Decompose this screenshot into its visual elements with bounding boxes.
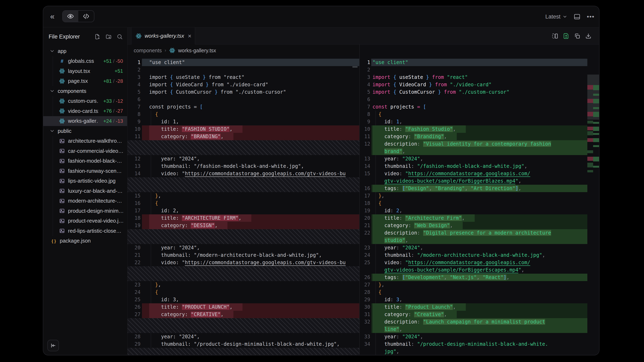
- tab-works-gallery[interactable]: works-gallery.tsx ×: [131, 27, 195, 44]
- tree-file-modern-architecture-[interactable]: modern-architecture-…: [43, 196, 127, 206]
- ruler-mark-red: [587, 138, 593, 142]
- ruler-mark-green: [593, 138, 599, 142]
- original-code-line: 27 category: "CREATIVE",: [128, 311, 359, 318]
- original-code-line: 19 category: "DESIGN",: [128, 222, 359, 229]
- original-code-line: 15 },: [128, 192, 359, 200]
- ruler-mark-green_left: [587, 121, 593, 124]
- tree-file-globals.css[interactable]: #globals.css+51 / -50: [43, 56, 127, 66]
- chevron-down-icon: [50, 88, 55, 94]
- tree-file-layout.tsx[interactable]: layout.tsx+51: [43, 66, 127, 76]
- ruler-mark-green: [593, 166, 599, 168]
- tree-file-works-galler-[interactable]: works-galler…+24 / -13: [43, 116, 127, 126]
- modified-code-line: 32 description: "Launch campaign for a m…: [360, 318, 587, 326]
- modified-code-line: 25 video: "https://commondatastorage.goo…: [360, 259, 587, 266]
- version-label: Latest: [545, 13, 560, 20]
- panel-layout-icon[interactable]: [574, 13, 580, 20]
- diff-stats: +76 / -27: [104, 108, 123, 114]
- ruler-mark-green: [593, 107, 599, 109]
- image-file-icon: [59, 228, 65, 234]
- diff-gap-row: [128, 229, 359, 244]
- copy-icon[interactable]: [574, 33, 580, 39]
- split-editor-icon[interactable]: [552, 33, 558, 39]
- tree-file-custom-curs-[interactable]: custom-curs…+33 / -12: [43, 96, 127, 106]
- line-number: 13: [128, 162, 142, 170]
- tree-file-product-reveal-video.j-[interactable]: product-reveal-video.j…: [43, 216, 127, 226]
- version-dropdown[interactable]: Latest: [545, 13, 568, 20]
- diff-file-icon[interactable]: [563, 33, 570, 39]
- ruler-mark-green_left: [587, 131, 593, 135]
- modified-code-line: 7const projects = [: [360, 103, 587, 111]
- diff-overview-ruler[interactable]: [587, 74, 599, 355]
- new-file-icon[interactable]: [94, 33, 100, 40]
- tree-file-car-commercial-video-[interactable]: car-commercial-video…: [43, 146, 127, 156]
- ruler-mark-green: [593, 122, 599, 124]
- preview-toggle-button[interactable]: [63, 11, 78, 22]
- modified-code-line: 8 {: [360, 111, 587, 118]
- scrollbar-thumb[interactable]: [352, 66, 358, 67]
- css-file-icon: #: [59, 58, 65, 64]
- line-number: 20: [360, 214, 371, 222]
- line-number: [360, 148, 371, 155]
- line-number: 21: [128, 251, 142, 259]
- tree-file-architecture-walkthro-[interactable]: architecture-walkthro…: [43, 136, 127, 146]
- collapse-left-icon: [50, 343, 56, 349]
- tree-file-package.json[interactable]: { }package.json: [43, 236, 127, 246]
- tree-folder-components[interactable]: components: [43, 86, 127, 96]
- original-code-line: 10 title: "FASHION STUDIO",: [128, 125, 359, 133]
- line-number: 32: [360, 318, 371, 326]
- tree-file-product-design-minim-[interactable]: product-design-minim…: [43, 206, 127, 216]
- line-number: [360, 237, 371, 244]
- more-options-icon[interactable]: •••: [587, 13, 594, 20]
- tree-file-fashion-runway-scen-[interactable]: fashion-runway-scen…: [43, 166, 127, 176]
- collapse-sidebar-button[interactable]: [48, 340, 59, 351]
- ruler-mark-green_left: [587, 170, 593, 172]
- collapse-panel-icon[interactable]: «: [48, 12, 56, 20]
- line-number: 1: [360, 59, 371, 66]
- image-file-icon: [59, 198, 65, 204]
- download-icon[interactable]: [585, 33, 592, 39]
- line-number: 5: [360, 88, 371, 96]
- modified-code-line: 31 category: "Creative",: [360, 311, 587, 318]
- line-number: 18: [360, 200, 371, 207]
- file-label: red-lips-artistic-close…: [68, 228, 123, 234]
- chevron-down-icon: [50, 128, 55, 134]
- tree-file-luxury-car-black-and-[interactable]: luxury-car-black-and-…: [43, 186, 127, 196]
- new-folder-icon[interactable]: [106, 33, 112, 40]
- line-number: 2: [128, 66, 142, 73]
- original-code-line: 6: [128, 96, 359, 103]
- tree-folder-public[interactable]: public: [43, 126, 127, 136]
- line-number: 26: [360, 274, 371, 281]
- original-code-line: 17 id: 2,: [128, 207, 359, 214]
- modified-code-line: studio",: [360, 237, 587, 244]
- original-code-line: 26 title: "PRODUCT LAUNCH",: [128, 303, 359, 311]
- code-toggle-button[interactable]: [78, 11, 94, 22]
- close-tab-icon[interactable]: ×: [188, 32, 192, 39]
- file-label: components: [58, 88, 123, 94]
- tree-file-red-lips-artistic-close-[interactable]: red-lips-artistic-close…: [43, 226, 127, 236]
- react-file-icon: [59, 78, 65, 84]
- file-label: lips-artistic-video.jpg: [68, 178, 123, 184]
- line-number: 22: [360, 229, 371, 237]
- modified-code-line: 27 },: [360, 281, 587, 289]
- search-icon[interactable]: [116, 33, 123, 40]
- line-number: 13: [360, 155, 371, 162]
- svg-text:{ }: { }: [52, 239, 56, 243]
- line-number: 25: [128, 296, 142, 303]
- modified-code-line: 13 year: "2024",: [360, 155, 587, 162]
- file-label: modern-architecture-…: [68, 198, 123, 204]
- ruler-mark-green: [593, 99, 599, 103]
- ruler-mark-green_left: [587, 150, 593, 153]
- original-code-line: 2: [128, 66, 359, 73]
- tree-file-page.tsx[interactable]: page.tsx+81 / -28: [43, 76, 127, 86]
- image-file-icon: [59, 158, 65, 164]
- tree-file-lips-artistic-video.jpg[interactable]: lips-artistic-video.jpg: [43, 176, 127, 186]
- tree-file-fashion-model-black-[interactable]: fashion-model-black-…: [43, 156, 127, 166]
- line-number: 10: [128, 125, 142, 133]
- diff-stats: +51: [114, 68, 123, 74]
- diff-gap-row: [128, 266, 359, 281]
- tree-folder-app[interactable]: app: [43, 46, 127, 56]
- diff-gap-row: [128, 140, 359, 155]
- breadcrumb-current[interactable]: works-gallery.tsx: [178, 47, 216, 53]
- tree-file-video-card.tsx[interactable]: video-card.tsx+76 / -27: [43, 106, 127, 116]
- breadcrumb-parent[interactable]: components: [134, 47, 162, 53]
